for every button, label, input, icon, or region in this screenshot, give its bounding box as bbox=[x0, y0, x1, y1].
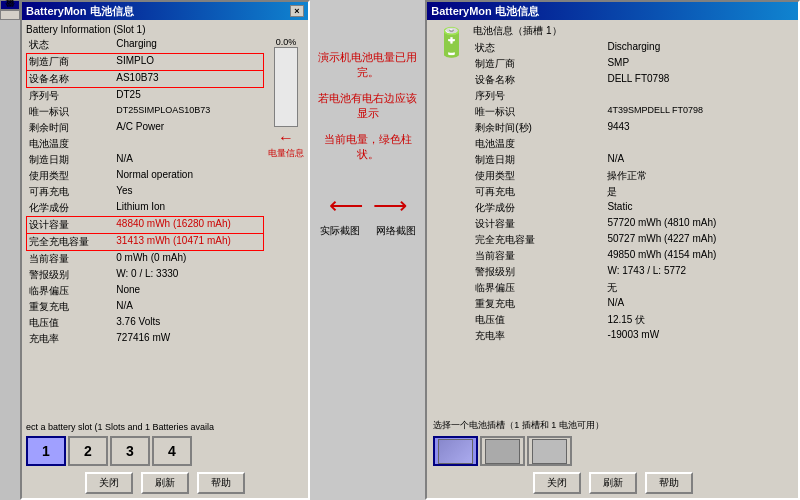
field-value: Lithium Ion bbox=[114, 200, 263, 217]
table-row: 设备名称 AS10B73 bbox=[27, 71, 264, 88]
field-value: 48840 mWh (16280 mAh) bbox=[114, 217, 263, 234]
right-panel: BatteryMon 电池信息 🔋 电池信息（插槽 1） 状态 Discharg… bbox=[425, 0, 800, 500]
field-value bbox=[605, 136, 792, 152]
right-close-btn[interactable]: 关闭 bbox=[533, 472, 581, 494]
battery-slot-1[interactable]: 1 bbox=[26, 436, 66, 466]
table-row: 警报级别 W: 0 / L: 3330 bbox=[27, 267, 264, 283]
field-value: W: 1743 / L: 5772 bbox=[605, 264, 792, 280]
field-value: 12.15 伏 bbox=[605, 312, 792, 328]
annotation-line3: 当前电量，绿色柱状。 bbox=[310, 132, 425, 163]
field-value: A/C Power bbox=[114, 120, 263, 136]
field-label: 使用类型 bbox=[27, 168, 115, 184]
field-label: 电压值 bbox=[27, 315, 115, 331]
field-label: 唯一标识 bbox=[473, 104, 605, 120]
table-row: 电压值 12.15 伏 bbox=[473, 312, 792, 328]
right-slot-1[interactable] bbox=[433, 436, 478, 466]
left-panel-content: Battery Information (Slot 1) 状态 Charging… bbox=[22, 20, 308, 420]
field-label: 完全充电容量 bbox=[473, 232, 605, 248]
right-slot-2[interactable] bbox=[480, 436, 525, 466]
vlabel-info[interactable]: 信息 bbox=[0, 0, 20, 10]
field-label: 警报级别 bbox=[473, 264, 605, 280]
battery-slot-4[interactable]: 4 bbox=[152, 436, 192, 466]
arrow-left-icon: ⟵ bbox=[329, 192, 363, 220]
field-value: Charging bbox=[114, 37, 263, 54]
left-title: BatteryMon 电池信息 bbox=[26, 4, 134, 19]
field-label: 唯一标识 bbox=[27, 104, 115, 120]
table-row: 序列号 DT25 bbox=[27, 88, 264, 105]
field-value: DT25 bbox=[114, 88, 263, 105]
field-value: 50727 mWh (4227 mAh) bbox=[605, 232, 792, 248]
field-value: 9443 bbox=[605, 120, 792, 136]
annotation-elec-label: 电量信息 bbox=[268, 147, 304, 160]
field-label: 可再充电 bbox=[27, 184, 115, 200]
field-label: 警报级别 bbox=[27, 267, 115, 283]
field-value bbox=[114, 136, 263, 152]
table-row: 当前容量 49850 mWh (4154 mAh) bbox=[473, 248, 792, 264]
field-value: 727416 mW bbox=[114, 331, 263, 347]
field-label: 制造厂商 bbox=[27, 54, 115, 71]
progress-pct-label: 0.0% bbox=[276, 37, 297, 47]
field-label: 当前容量 bbox=[473, 248, 605, 264]
annotation-arrow: ← bbox=[278, 129, 294, 147]
left-help-btn[interactable]: 帮助 bbox=[197, 472, 245, 494]
field-label: 剩余时间(秒) bbox=[473, 120, 605, 136]
right-content: 🔋 电池信息（插槽 1） 状态 Discharging 制造厂商 SMP 设备名… bbox=[427, 20, 798, 417]
field-label: 设计容量 bbox=[473, 216, 605, 232]
left-close-button[interactable]: × bbox=[290, 5, 304, 17]
left-slot-label: Battery Information (Slot 1) bbox=[26, 24, 304, 35]
right-slot-label: 电池信息（插槽 1） bbox=[473, 24, 792, 38]
field-label: 充电率 bbox=[473, 328, 605, 344]
field-label: 电池温度 bbox=[473, 136, 605, 152]
table-row: 制造日期 N/A bbox=[27, 152, 264, 168]
vlabel-capacity[interactable]: 容量 bbox=[0, 10, 20, 20]
right-help-btn[interactable]: 帮助 bbox=[645, 472, 693, 494]
field-label: 临界偏压 bbox=[473, 280, 605, 296]
middle-annotation: 演示机电池电量已用完。 若电池有电右边应该显示 当前电量，绿色柱状。 ⟵ ⟶ 实… bbox=[310, 0, 425, 500]
table-row: 使用类型 Normal operation bbox=[27, 168, 264, 184]
field-value: SMP bbox=[605, 56, 792, 72]
field-value: N/A bbox=[605, 296, 792, 312]
right-slot-footer: 选择一个电池插槽（1 插槽和 1 电池可用） bbox=[427, 417, 798, 434]
field-label: 序列号 bbox=[473, 88, 605, 104]
field-value: SIMPLO bbox=[114, 54, 263, 71]
field-label: 设备名称 bbox=[473, 72, 605, 88]
field-value: 是 bbox=[605, 184, 792, 200]
table-row: 电压值 3.76 Volts bbox=[27, 315, 264, 331]
table-row: 电池温度 bbox=[27, 136, 264, 152]
labels-row: 实际截图 网络截图 bbox=[315, 224, 421, 238]
left-info-table: 状态 Charging 制造厂商 SIMPLO 设备名称 AS10B73 序 bbox=[26, 37, 264, 347]
field-label: 状态 bbox=[473, 40, 605, 56]
left-refresh-btn[interactable]: 刷新 bbox=[141, 472, 189, 494]
field-value: 31413 mWh (10471 mAh) bbox=[114, 234, 263, 251]
actual-label: 实际截图 bbox=[315, 224, 365, 238]
table-row: 设计容量 48840 mWh (16280 mAh) bbox=[27, 217, 264, 234]
field-value: W: 0 / L: 3330 bbox=[114, 267, 263, 283]
field-label: 可再充电 bbox=[473, 184, 605, 200]
left-action-buttons: 关闭 刷新 帮助 bbox=[22, 468, 308, 498]
table-row: 充电率 727416 mW bbox=[27, 331, 264, 347]
field-label: 当前容量 bbox=[27, 251, 115, 268]
field-value: DT25SIMPLOAS10B73 bbox=[114, 104, 263, 120]
table-row: 临界偏压 无 bbox=[473, 280, 792, 296]
field-label: 序列号 bbox=[27, 88, 115, 105]
table-row: 唯一标识 4T39SMPDELL FT0798 bbox=[473, 104, 792, 120]
table-row: 状态 Charging bbox=[27, 37, 264, 54]
battery-slot-2[interactable]: 2 bbox=[68, 436, 108, 466]
annotation-line2: 若电池有电右边应该显示 bbox=[310, 91, 425, 122]
table-row: 重复充电 N/A bbox=[473, 296, 792, 312]
table-row: 唯一标识 DT25SIMPLOAS10B73 bbox=[27, 104, 264, 120]
field-label: 设备名称 bbox=[27, 71, 115, 88]
right-refresh-btn[interactable]: 刷新 bbox=[589, 472, 637, 494]
table-row: 剩余时间(秒) 9443 bbox=[473, 120, 792, 136]
field-value: 49850 mWh (4154 mAh) bbox=[605, 248, 792, 264]
field-label: 制造厂商 bbox=[473, 56, 605, 72]
table-row: 完全充电容量 31413 mWh (10471 mAh) bbox=[27, 234, 264, 251]
table-row: 完全充电容量 50727 mWh (4227 mAh) bbox=[473, 232, 792, 248]
table-row: 可再充电 Yes bbox=[27, 184, 264, 200]
right-slot-3[interactable] bbox=[527, 436, 572, 466]
slot-img-2 bbox=[485, 439, 520, 464]
left-close-btn[interactable]: 关闭 bbox=[85, 472, 133, 494]
battery-slot-3[interactable]: 3 bbox=[110, 436, 150, 466]
field-value: 操作正常 bbox=[605, 168, 792, 184]
left-battery-slots: 1 2 3 4 bbox=[22, 434, 308, 468]
